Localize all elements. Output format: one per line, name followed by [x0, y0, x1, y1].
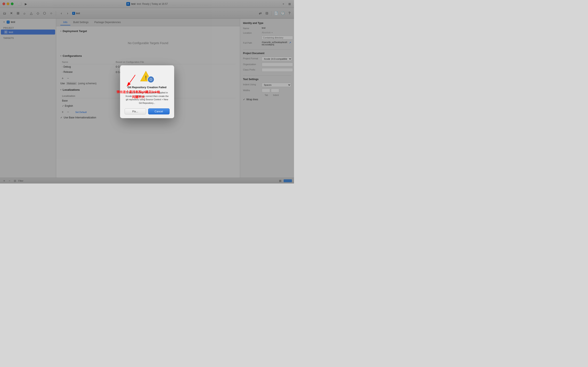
modal-warning-git-icon: ! ⬡: [140, 70, 155, 83]
content-area: Info Build Settings Package Dependencies…: [56, 19, 240, 178]
svg-text:⬡: ⬡: [149, 78, 152, 81]
modal-overlay: ! ⬡ Git Repository Creation Failed Ensur…: [56, 19, 240, 178]
main-layout: ▾ A test PROJECT A test TARGETS Info Bui…: [0, 19, 294, 178]
modal-title: Git Repository Creation Failed: [125, 86, 170, 89]
modal-buttons: Fix... Cancel: [125, 108, 170, 114]
modal-icon-area: ! ⬡: [125, 70, 170, 83]
git-error-dialog: ! ⬡ Git Repository Creation Failed Ensur…: [120, 65, 174, 118]
fix-button[interactable]: Fix...: [125, 108, 146, 114]
modal-body: Ensure the author information supplied i…: [125, 91, 170, 105]
svg-text:!: !: [145, 75, 147, 81]
cancel-button[interactable]: Cancel: [148, 108, 170, 114]
